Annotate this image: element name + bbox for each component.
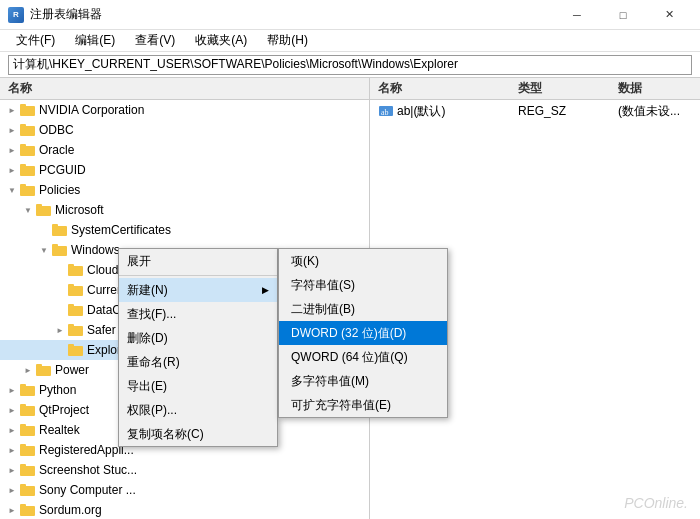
- expand-icon[interactable]: ▼: [20, 202, 36, 218]
- maximize-button[interactable]: □: [600, 0, 646, 30]
- data-row[interactable]: ab ab|(默认)REG_SZ(数值未设...: [370, 100, 700, 122]
- expand-icon[interactable]: ►: [4, 102, 20, 118]
- context-menu-item[interactable]: 权限(P)...: [119, 398, 277, 422]
- folder-icon: [20, 483, 36, 497]
- tree-item[interactable]: ▼ Microsoft: [0, 200, 369, 220]
- expand-icon[interactable]: ►: [4, 422, 20, 438]
- cell-data: (数值未设...: [610, 103, 700, 120]
- svg-rect-21: [68, 304, 74, 308]
- svg-rect-41: [20, 504, 26, 508]
- expand-icon[interactable]: [52, 262, 68, 278]
- window-title: 注册表编辑器: [30, 6, 554, 23]
- submenu-item[interactable]: 字符串值(S): [279, 273, 447, 297]
- expand-icon[interactable]: ►: [4, 442, 20, 458]
- menu-edit[interactable]: 编辑(E): [67, 30, 123, 51]
- context-menu-item[interactable]: 重命名(R): [119, 350, 277, 374]
- folder-icon: [20, 183, 36, 197]
- tree-item-label: NVIDIA Corporation: [39, 103, 144, 117]
- svg-rect-1: [20, 104, 26, 108]
- cell-type: REG_SZ: [510, 104, 610, 118]
- close-button[interactable]: ✕: [646, 0, 692, 30]
- submenu-item[interactable]: QWORD (64 位)值(Q): [279, 345, 447, 369]
- expand-icon[interactable]: ►: [4, 462, 20, 478]
- context-menu: 展开新建(N)查找(F)...删除(D)重命名(R)导出(E)权限(P)...复…: [118, 248, 278, 447]
- expand-icon[interactable]: [52, 282, 68, 298]
- tree-item[interactable]: ▼ Policies: [0, 180, 369, 200]
- svg-rect-29: [20, 384, 26, 388]
- svg-rect-23: [68, 324, 74, 328]
- expand-icon[interactable]: ►: [4, 502, 20, 518]
- col-header-data: 数据: [610, 78, 700, 100]
- expand-icon[interactable]: [36, 222, 52, 238]
- expand-icon[interactable]: ▼: [36, 242, 52, 258]
- tree-item-label: Realtek: [39, 423, 80, 437]
- tree-item[interactable]: ► Sony Computer ...: [0, 480, 369, 500]
- folder-icon: [20, 123, 36, 137]
- watermark: PCOnline.: [624, 495, 688, 511]
- tree-item[interactable]: ► Oracle: [0, 140, 369, 160]
- folder-icon: [68, 323, 84, 337]
- context-menu-item[interactable]: 新建(N): [119, 278, 277, 302]
- tree-item-label: Screenshot Stuc...: [39, 463, 137, 477]
- context-menu-item[interactable]: 查找(F)...: [119, 302, 277, 326]
- tree-item[interactable]: ► Sordum.org: [0, 500, 369, 519]
- title-bar-buttons: ─ □ ✕: [554, 0, 692, 30]
- context-menu-item[interactable]: 复制项名称(C): [119, 422, 277, 446]
- menu-bar: 文件(F) 编辑(E) 查看(V) 收藏夹(A) 帮助(H): [0, 30, 700, 52]
- expand-icon[interactable]: [52, 302, 68, 318]
- expand-icon[interactable]: ►: [4, 382, 20, 398]
- expand-icon[interactable]: ►: [20, 362, 36, 378]
- expand-icon[interactable]: ▼: [4, 182, 20, 198]
- svg-rect-33: [20, 424, 26, 428]
- submenu-item[interactable]: 多字符串值(M): [279, 369, 447, 393]
- tree-item-label: Oracle: [39, 143, 74, 157]
- tree-item-label: Power: [55, 363, 89, 377]
- folder-icon: [20, 383, 36, 397]
- svg-rect-15: [52, 244, 58, 248]
- submenu-item[interactable]: 可扩充字符串值(E): [279, 393, 447, 417]
- tree-item[interactable]: SystemCertificates: [0, 220, 369, 240]
- tree-item-label: SystemCertificates: [71, 223, 171, 237]
- folder-icon: [36, 203, 52, 217]
- tree-item-label: Sordum.org: [39, 503, 102, 517]
- minimize-button[interactable]: ─: [554, 0, 600, 30]
- expand-icon[interactable]: ►: [4, 402, 20, 418]
- expand-icon[interactable]: ►: [52, 322, 68, 338]
- address-bar: 计算机\HKEY_CURRENT_USER\SOFTWARE\Policies\…: [0, 52, 700, 78]
- svg-rect-3: [20, 124, 26, 128]
- svg-rect-9: [20, 184, 26, 188]
- folder-icon: [68, 303, 84, 317]
- folder-icon: [20, 463, 36, 477]
- svg-text:ab: ab: [381, 108, 389, 117]
- expand-icon[interactable]: ►: [4, 122, 20, 138]
- context-menu-item[interactable]: 导出(E): [119, 374, 277, 398]
- submenu-item[interactable]: 二进制值(B): [279, 297, 447, 321]
- right-header: 名称 类型 数据: [370, 78, 700, 100]
- menu-favorites[interactable]: 收藏夹(A): [187, 30, 255, 51]
- folder-icon: [20, 103, 36, 117]
- tree-item[interactable]: ► PCGUID: [0, 160, 369, 180]
- address-path[interactable]: 计算机\HKEY_CURRENT_USER\SOFTWARE\Policies\…: [8, 55, 692, 75]
- svg-rect-37: [20, 464, 26, 468]
- expand-icon[interactable]: ►: [4, 162, 20, 178]
- context-menu-item[interactable]: 删除(D): [119, 326, 277, 350]
- expand-icon[interactable]: ►: [4, 482, 20, 498]
- tree-item-label: PCGUID: [39, 163, 86, 177]
- submenu-item[interactable]: 项(K): [279, 249, 447, 273]
- folder-icon: [52, 223, 68, 237]
- menu-view[interactable]: 查看(V): [127, 30, 183, 51]
- folder-icon: [20, 443, 36, 457]
- tree-item[interactable]: ► Screenshot Stuc...: [0, 460, 369, 480]
- menu-file[interactable]: 文件(F): [8, 30, 63, 51]
- menu-help[interactable]: 帮助(H): [259, 30, 316, 51]
- tree-item[interactable]: ► NVIDIA Corporation: [0, 100, 369, 120]
- tree-item-label: Sony Computer ...: [39, 483, 136, 497]
- tree-item-label: Windows: [71, 243, 120, 257]
- expand-icon[interactable]: [52, 342, 68, 358]
- tree-header-label: 名称: [8, 80, 32, 97]
- tree-item-label: ODBC: [39, 123, 74, 137]
- context-menu-item[interactable]: 展开: [119, 249, 277, 273]
- expand-icon[interactable]: ►: [4, 142, 20, 158]
- tree-item[interactable]: ► ODBC: [0, 120, 369, 140]
- submenu-item[interactable]: DWORD (32 位)值(D): [279, 321, 447, 345]
